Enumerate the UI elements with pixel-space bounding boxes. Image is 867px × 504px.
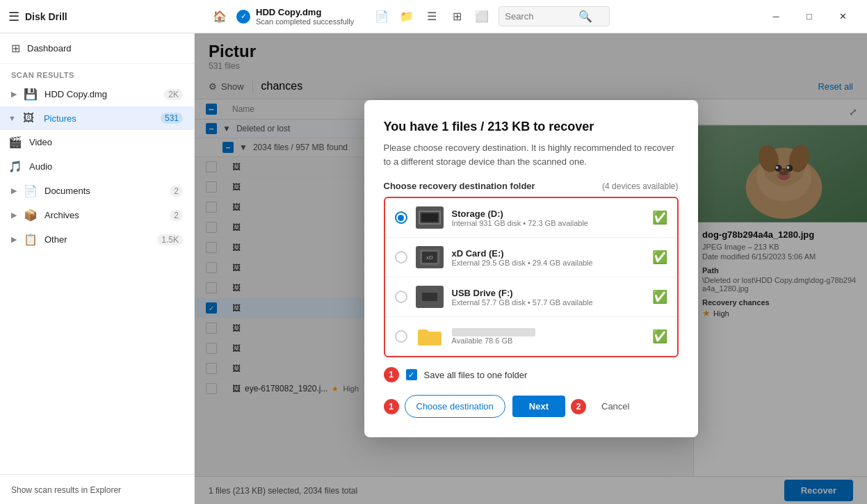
- show-in-explorer-button[interactable]: Show scan results in Explorer: [11, 485, 121, 495]
- video-icon: 🎬: [8, 136, 22, 149]
- sidebar-footer: Show scan results in Explorer: [0, 474, 194, 504]
- archives-count: 2: [170, 210, 183, 221]
- minimize-button[interactable]: ─: [760, 6, 792, 28]
- archives-label: Archives: [44, 210, 163, 220]
- device-ok-icon-usb: ✅: [652, 289, 667, 304]
- device-info-storage: Storage (D:) Internal 931 GB disk • 72.3…: [452, 209, 644, 227]
- scan-results-label: Scan results: [0, 64, 194, 82]
- choose-destination-button[interactable]: Choose destination: [405, 395, 505, 418]
- video-label: Video: [29, 137, 183, 147]
- device-info-folder: Available 78.6 GB: [452, 328, 644, 345]
- pictures-label: Pictures: [44, 113, 154, 124]
- file-status: Scan completed successfully: [256, 17, 354, 26]
- device-item-usb[interactable]: USB Drive (F:) External 57.7 GB disk • 5…: [385, 277, 677, 317]
- expand-arrow-icon: ▼: [8, 114, 16, 122]
- sidebar-item-documents[interactable]: ▶ 📄 Documents 2: [0, 179, 194, 203]
- device-img-usb: [416, 286, 444, 308]
- device-radio-xd[interactable]: [395, 251, 407, 263]
- other-icon: 📋: [24, 233, 38, 246]
- device-item-folder[interactable]: Available 78.6 GB ✅: [385, 317, 677, 356]
- window-controls: ─ □ ✕: [760, 6, 859, 28]
- hamburger-icon[interactable]: ☰: [8, 9, 19, 24]
- dashboard-label: Dashboard: [27, 43, 72, 54]
- search-icon: 🔍: [578, 10, 592, 23]
- documents-icon: 📄: [24, 184, 38, 197]
- search-box[interactable]: 🔍: [499, 6, 610, 26]
- device-radio-folder[interactable]: [395, 330, 407, 343]
- device-info-xd: xD Card (E:) External 29.5 GB disk • 29.…: [452, 248, 644, 267]
- file-info: HDD Copy.dmg Scan completed successfully: [256, 7, 354, 26]
- hdd-copy-count: 2K: [164, 89, 183, 100]
- device-radio-storage[interactable]: [395, 211, 407, 224]
- save-one-folder-checkbox[interactable]: ✓: [406, 369, 417, 380]
- badge-choose: 1: [384, 399, 399, 414]
- modal-overlay: You have 1 files / 213 KB to recover Ple…: [195, 33, 867, 504]
- toolbar-icon-list[interactable]: ☰: [421, 6, 443, 28]
- maximize-button[interactable]: □: [793, 6, 825, 28]
- device-name-folder: [452, 328, 535, 336]
- status-check-icon: ✓: [236, 10, 250, 24]
- home-button[interactable]: 🏠: [209, 6, 231, 28]
- expand-arrow-icon: ▶: [11, 211, 17, 220]
- toolbar-icons: 📄 📁 ☰ ⊞ ⬜: [371, 6, 493, 28]
- device-ok-icon-xd: ✅: [652, 250, 667, 265]
- device-details-usb: External 57.7 GB disk • 57.7 GB availabl…: [452, 298, 644, 307]
- badge-1: 1: [384, 367, 399, 382]
- device-list: Storage (D:) Internal 931 GB disk • 72.3…: [384, 197, 679, 357]
- hdd-icon: 💾: [24, 88, 38, 101]
- device-item-xd[interactable]: xD xD Card (E:) External 29.5 GB disk • …: [385, 238, 677, 277]
- sidebar: ⊞ Dashboard Scan results ▶ 💾 HDD Copy.dm…: [0, 33, 195, 504]
- sidebar-item-hdd-copy[interactable]: ▶ 💾 HDD Copy.dmg 2K: [0, 82, 194, 106]
- app-title: Disk Drill: [25, 11, 67, 22]
- device-info-usb: USB Drive (F:) External 57.7 GB disk • 5…: [452, 288, 644, 307]
- search-input[interactable]: [505, 11, 574, 22]
- sidebar-item-audio[interactable]: 🎵 Audio: [0, 154, 194, 179]
- svg-rect-22: [418, 333, 441, 346]
- documents-label: Documents: [44, 186, 163, 196]
- sidebar-dashboard[interactable]: ⊞ Dashboard: [0, 33, 194, 64]
- badge-row-2: Next 2: [512, 396, 586, 417]
- device-radio-usb[interactable]: [395, 291, 407, 303]
- other-label: Other: [44, 234, 150, 245]
- device-img-xd: xD: [416, 246, 444, 268]
- toolbar-icon-view[interactable]: ⬜: [471, 6, 493, 28]
- expand-arrow-icon: ▶: [11, 235, 17, 244]
- content-area: Pictur 531 files ⚙ Show chances Reset al…: [195, 33, 867, 504]
- device-details-xd: External 29.5 GB disk • 29.4 GB availabl…: [452, 259, 644, 267]
- device-name-usb: USB Drive (F:): [452, 288, 644, 298]
- toolbar-icon-folder[interactable]: 📁: [396, 6, 418, 28]
- badge-row-1: 1 Choose destination: [384, 395, 505, 418]
- modal-dest-header: Choose recovery destination folder (4 de…: [384, 181, 679, 191]
- device-img-storage: [416, 206, 444, 229]
- sidebar-item-pictures[interactable]: ▼ 🖼 Pictures 531: [0, 106, 194, 130]
- audio-icon: 🎵: [8, 160, 22, 173]
- recovery-modal: You have 1 files / 213 KB to recover Ple…: [364, 100, 698, 437]
- pictures-icon: 🖼: [23, 112, 37, 124]
- toolbar-icon-doc[interactable]: 📄: [371, 6, 393, 28]
- device-item-storage[interactable]: Storage (D:) Internal 931 GB disk • 72.3…: [385, 198, 677, 238]
- device-name-storage: Storage (D:): [452, 209, 644, 219]
- sidebar-item-video[interactable]: 🎬 Video: [0, 130, 194, 154]
- badge-next: 2: [571, 399, 586, 414]
- modal-devices-count: (4 devices available): [602, 181, 678, 191]
- device-details-storage: Internal 931 GB disk • 72.3 GB available: [452, 219, 644, 227]
- title-bar-left: ☰ Disk Drill: [8, 9, 203, 24]
- save-one-folder-label: Save all files to one folder: [424, 370, 528, 380]
- next-button[interactable]: Next: [512, 396, 565, 417]
- modal-description: Please choose recovery destination. It i…: [384, 141, 679, 168]
- documents-count: 2: [170, 186, 183, 197]
- toolbar-icon-grid[interactable]: ⊞: [446, 6, 468, 28]
- modal-title: You have 1 files / 213 KB to recover: [384, 120, 679, 134]
- main-layout: ⊞ Dashboard Scan results ▶ 💾 HDD Copy.dm…: [0, 33, 867, 504]
- sidebar-item-archives[interactable]: ▶ 📦 Archives 2: [0, 203, 194, 227]
- cancel-button[interactable]: Cancel: [593, 396, 638, 417]
- svg-rect-21: [422, 293, 437, 301]
- device-ok-icon-folder: ✅: [652, 329, 667, 344]
- modal-dest-label: Choose recovery destination folder: [384, 181, 535, 191]
- modal-actions: 1 Choose destination Next 2 Cancel: [384, 395, 679, 418]
- pictures-count: 531: [161, 113, 183, 124]
- sidebar-item-other[interactable]: ▶ 📋 Other 1.5K: [0, 227, 194, 252]
- file-name: HDD Copy.dmg: [256, 7, 354, 17]
- dashboard-icon: ⊞: [11, 42, 20, 55]
- close-button[interactable]: ✕: [827, 6, 859, 28]
